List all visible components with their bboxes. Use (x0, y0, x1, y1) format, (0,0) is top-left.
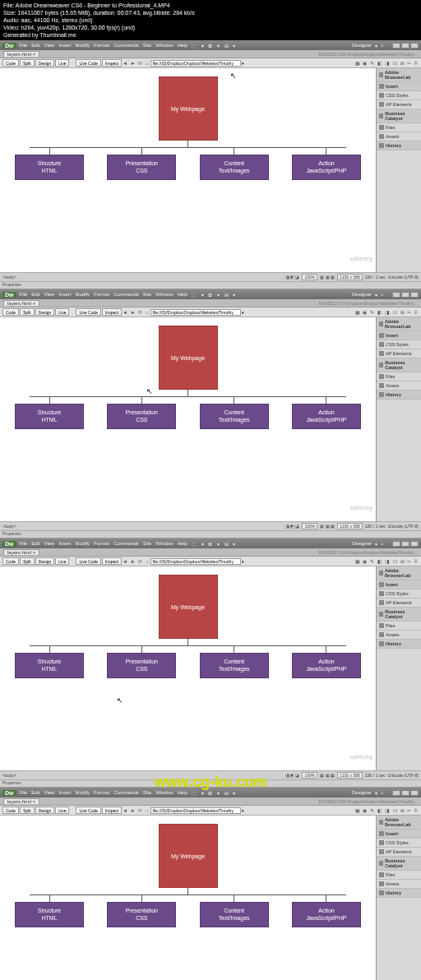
address-dropdown-icon[interactable]: ▾ (242, 808, 244, 813)
menu-item-site[interactable]: Site (143, 790, 151, 795)
live-code-button[interactable]: Live Code (76, 557, 101, 565)
document-tab[interactable]: layers.html × (3, 51, 39, 57)
properties-panel-header[interactable]: Properties (0, 779, 421, 787)
panel-browserlab[interactable]: Adobe BrowserLab (377, 68, 421, 82)
zoom-level[interactable]: 100% (302, 274, 317, 280)
menu-item-insert[interactable]: Insert (58, 43, 71, 48)
maximize-button[interactable]: □ (401, 790, 409, 796)
properties-panel-header[interactable]: Properties (0, 530, 421, 538)
panel-css-styles[interactable]: CSS Styles (377, 839, 421, 848)
split-view-button[interactable]: Split (20, 807, 35, 814)
nav-icons[interactable]: ◄ ► ⟳ ⌂ (123, 558, 150, 564)
menu-item-file[interactable]: File (20, 790, 28, 795)
menu-item-commands[interactable]: Commands (113, 43, 139, 48)
design-tool-icons[interactable]: ▦ ◉ ✎ ◧ ◨ ⊡ ⊞ ✂ ⎘ (355, 60, 419, 66)
panel-business-catalyst[interactable]: Business Catalyst (377, 857, 421, 871)
minimize-button[interactable]: – (392, 790, 400, 796)
layout-dropdown-arrow[interactable]: ▾ (375, 292, 377, 298)
close-button[interactable]: × (410, 541, 419, 547)
panel-files[interactable]: Files (377, 871, 421, 880)
layout-dropdown-arrow[interactable]: ▾ (375, 790, 377, 796)
document-tab[interactable]: layers.html × (3, 549, 39, 555)
design-tool-icons[interactable]: ▦ ◉ ✎ ◧ ◨ ⊡ ⊞ ✂ ⎘ (355, 309, 419, 315)
panel-business-catalyst[interactable]: Business Catalyst (377, 109, 421, 123)
layout-dropdown-arrow[interactable]: ▾ (375, 43, 377, 49)
live-view-button[interactable]: Live (55, 308, 69, 316)
grid-status-icons[interactable]: ▦ ▦ ▦ (320, 773, 335, 778)
menu-item-format[interactable]: Format (94, 790, 109, 795)
design-canvas[interactable]: My Webpage Structure HTML (0, 816, 376, 980)
close-button[interactable]: × (410, 292, 419, 298)
toolbar-icons[interactable]: ⬚ ▾ ✿ ▾ ⊞ ▾ (192, 43, 237, 49)
menu-item-modify[interactable]: Modify (75, 292, 90, 297)
inspect-button[interactable]: Inspect (102, 308, 122, 316)
menu-item-modify[interactable]: Modify (75, 790, 90, 795)
menu-item-help[interactable]: Help (178, 541, 187, 546)
menu-item-commands[interactable]: Commands (113, 541, 139, 546)
address-bar[interactable]: file:///D|/Dropbox/Dropbox/Websites/Timo… (150, 309, 241, 316)
menu-item-window[interactable]: Window (155, 43, 173, 48)
panel-browserlab[interactable]: Adobe BrowserLab (377, 566, 421, 580)
menu-item-format[interactable]: Format (94, 541, 109, 546)
panel-insert[interactable]: Insert (377, 331, 421, 340)
menu-item-help[interactable]: Help (178, 292, 187, 297)
maximize-button[interactable]: □ (401, 541, 409, 547)
live-view-button[interactable]: Live (55, 59, 69, 67)
close-tab-icon[interactable]: × (33, 301, 36, 306)
canvas-dimensions[interactable]: 1130 x 588 (337, 274, 363, 280)
maximize-button[interactable]: □ (401, 43, 409, 49)
menu-item-modify[interactable]: Modify (75, 541, 90, 546)
layout-dropdown[interactable]: Designer (352, 292, 372, 297)
menu-item-file[interactable]: File (20, 292, 28, 297)
panel-ap-elements[interactable]: AP Elements (377, 599, 421, 608)
panel-files[interactable]: Files (377, 622, 421, 631)
menu-item-edit[interactable]: Edit (31, 292, 39, 297)
design-view-button[interactable]: Design (35, 557, 55, 565)
panel-insert[interactable]: Insert (377, 830, 421, 839)
close-tab-icon[interactable]: × (33, 799, 36, 804)
panel-assets[interactable]: Assets (377, 132, 421, 141)
live-view-button[interactable]: Live (55, 807, 69, 814)
layout-dropdown[interactable]: Designer (352, 43, 372, 48)
live-code-button[interactable]: Live Code (76, 308, 101, 316)
menu-item-view[interactable]: View (44, 790, 55, 795)
menu-item-help[interactable]: Help (178, 790, 187, 795)
menu-item-view[interactable]: View (44, 292, 55, 297)
live-code-button[interactable]: Live Code (76, 807, 101, 814)
layout-dropdown-arrow[interactable]: ▾ (375, 541, 377, 547)
menu-item-commands[interactable]: Commands (113, 790, 139, 795)
design-view-button[interactable]: Design (35, 59, 55, 67)
search-icon[interactable]: ⌕ (381, 541, 384, 546)
nav-icons[interactable]: ◄ ► ⟳ ⌂ (123, 807, 150, 813)
live-code-button[interactable]: Live Code (76, 59, 101, 67)
minimize-button[interactable]: – (392, 43, 400, 49)
panel-css-styles[interactable]: CSS Styles (377, 91, 421, 100)
menu-item-help[interactable]: Help (178, 43, 187, 48)
code-view-button[interactable]: Code (2, 807, 19, 814)
panel-history[interactable]: History (377, 391, 421, 400)
design-canvas[interactable]: My Webpage Structure HTML (0, 566, 376, 770)
layout-dropdown[interactable]: Designer (352, 541, 372, 546)
menu-item-site[interactable]: Site (143, 292, 151, 297)
menu-item-file[interactable]: File (20, 541, 28, 546)
address-bar[interactable]: file:///D|/Dropbox/Dropbox/Websites/Timo… (150, 558, 241, 565)
panel-insert[interactable]: Insert (377, 580, 421, 589)
canvas-dimensions[interactable]: 1130 x 588 (337, 523, 363, 529)
menu-item-edit[interactable]: Edit (31, 790, 39, 795)
toolbar-icons[interactable]: ⬚ ▾ ✿ ▾ ⊞ ▾ (192, 790, 237, 796)
zoom-level[interactable]: 100% (302, 523, 317, 529)
nav-icons[interactable]: ◄ ► ⟳ ⌂ (123, 309, 150, 315)
nav-icons[interactable]: ◄ ► ⟳ ⌂ (123, 60, 150, 66)
tag-selector[interactable]: <body> (2, 773, 285, 778)
code-view-button[interactable]: Code (2, 59, 19, 67)
inspect-button[interactable]: Inspect (102, 807, 122, 814)
minimize-button[interactable]: – (392, 541, 400, 547)
search-icon[interactable]: ⌕ (381, 292, 384, 297)
panel-business-catalyst[interactable]: Business Catalyst (377, 358, 421, 372)
menu-item-insert[interactable]: Insert (58, 541, 71, 546)
panel-ap-elements[interactable]: AP Elements (377, 848, 421, 857)
toolbar-icons[interactable]: ⬚ ▾ ✿ ▾ ⊞ ▾ (192, 292, 237, 298)
inspect-button[interactable]: Inspect (102, 557, 122, 565)
menu-item-insert[interactable]: Insert (58, 790, 71, 795)
design-canvas[interactable]: My Webpage Structure HTML (0, 317, 376, 521)
